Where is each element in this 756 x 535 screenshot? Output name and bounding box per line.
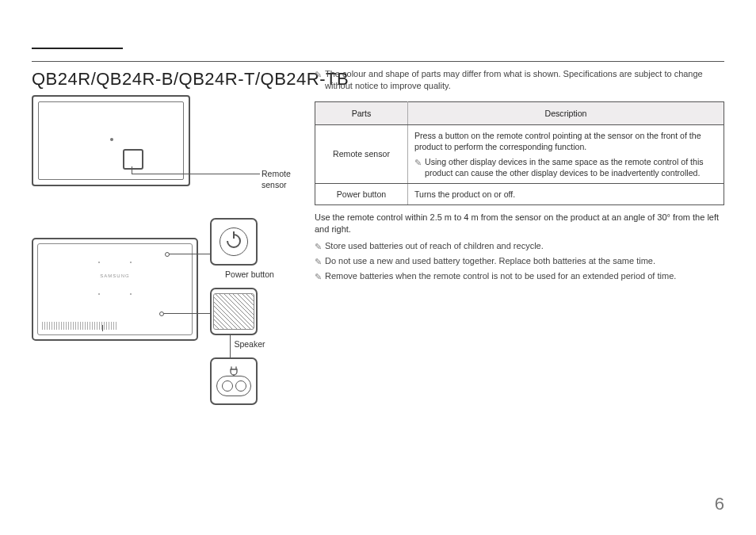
power-button-label: Power button [210, 269, 289, 280]
table-row: Remote sensor Press a button on the remo… [315, 124, 724, 183]
diagram-monitor-front [32, 95, 190, 186]
plug-icon [228, 366, 239, 376]
rear-logo: SAMSUNG [100, 273, 129, 279]
mounting-hole-icon [130, 262, 132, 263]
note-icon: ✎ [414, 157, 422, 180]
leader-dot [159, 311, 164, 316]
note-item: ✎ Store used batteries out of reach of c… [315, 240, 724, 252]
note-icon: ✎ [315, 271, 322, 283]
table-cell-desc: Turns the product on or off. [408, 184, 724, 205]
note-icon: ✎ [315, 241, 322, 253]
intro-note: ✎ The colour and shape of parts may diff… [315, 68, 724, 92]
detail-callouts: Power button Speaker [210, 218, 289, 408]
leader-line [102, 325, 103, 331]
speaker-label: Speaker [210, 338, 289, 350]
remote-sensor-label: Remote sensor [262, 168, 293, 190]
remote-sensor-leader-elbow [132, 166, 143, 174]
note-item: ✎ Remove batteries when the remote contr… [315, 270, 724, 282]
mounting-hole-icon [98, 293, 100, 295]
ac-inlet-icon [216, 376, 251, 396]
note-text: Store used batteries out of reach of chi… [325, 240, 544, 252]
speaker-texture-icon [213, 293, 254, 330]
parts-table: Parts Description Remote sensor Press a … [315, 101, 724, 206]
page-number: 6 [715, 492, 724, 516]
usage-text: Use the remote control within 2.5 m to 4… [315, 212, 724, 235]
table-cell-note: ✎ Using other display devices in the sam… [414, 156, 717, 179]
table-cell-desc: Press a button on the remote control poi… [408, 124, 724, 183]
table-cell-note-text: Using other display devices in the same … [425, 156, 717, 179]
model-title: QB24R/QB24R-B/QB24R-T/QB24R-TB [32, 67, 349, 91]
speaker-grille-icon [42, 322, 188, 330]
remote-sensor-marker [110, 138, 113, 141]
ac-pin-icon [222, 380, 233, 392]
power-button-callout [210, 218, 258, 266]
diagram-column: Remote sensor SAMSUNG Power button Speak… [32, 95, 293, 186]
mounting-hole-icon [98, 262, 100, 263]
text-column: ✎ The colour and shape of parts may diff… [315, 67, 724, 285]
table-cell-part: Power button [315, 184, 408, 205]
table-cell-part: Remote sensor [315, 124, 408, 183]
header-rule-full [32, 61, 724, 62]
table-row: Power button Turns the product on or off… [315, 184, 724, 205]
table-header-description: Description [408, 101, 724, 124]
table-cell-desc-text: Press a button on the remote control poi… [414, 130, 717, 153]
power-icon [220, 227, 248, 256]
speaker-callout [210, 288, 258, 335]
note-text: Remove batteries when the remote control… [325, 270, 676, 282]
leader-dot [165, 252, 170, 257]
header-rule-short [32, 48, 123, 49]
note-item: ✎ Do not use a new and used battery toge… [315, 255, 724, 267]
intro-note-text: The colour and shape of parts may differ… [325, 68, 724, 92]
ac-pin-icon [235, 380, 246, 392]
mounting-hole-icon [130, 293, 132, 295]
remote-sensor-leader-line [143, 174, 260, 174]
note-text: Do not use a new and used battery togeth… [325, 255, 655, 267]
note-icon: ✎ [315, 256, 322, 268]
power-inlet-callout [210, 357, 258, 405]
table-header-parts: Parts [315, 101, 408, 124]
battery-notes: ✎ Store used batteries out of reach of c… [315, 240, 724, 282]
note-icon: ✎ [315, 69, 322, 93]
